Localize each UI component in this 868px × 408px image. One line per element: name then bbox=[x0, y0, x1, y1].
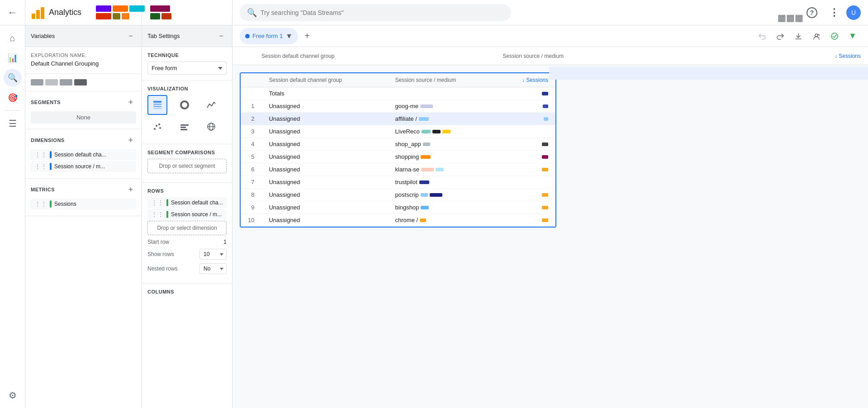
row-bar-3c bbox=[442, 130, 451, 133]
row-metric-7 bbox=[497, 176, 555, 189]
visualization-label: VISUALIZATION bbox=[147, 86, 227, 91]
add-segment-btn[interactable]: + bbox=[125, 97, 136, 108]
row-label-0: Session default cha... bbox=[171, 199, 223, 206]
metric-bar-10 bbox=[542, 218, 548, 222]
tab-freeform1[interactable]: Free form 1 ▼ bbox=[240, 28, 298, 44]
svg-rect-3 bbox=[153, 101, 161, 103]
reports-icon: 📊 bbox=[8, 53, 18, 63]
row-bar-5 bbox=[421, 155, 431, 159]
row-channel-3: Unassigned bbox=[261, 125, 388, 138]
row-bar-6a bbox=[421, 168, 434, 171]
variables-panel-header: Variables − bbox=[25, 25, 142, 47]
home-icon: ⌂ bbox=[9, 33, 15, 43]
viz-line-btn[interactable] bbox=[201, 95, 221, 115]
row-metric-3 bbox=[497, 125, 555, 138]
nav-reports-btn[interactable]: 📊 bbox=[4, 49, 22, 67]
segment-drop-zone[interactable]: Drop or select segment bbox=[147, 159, 227, 173]
tab-settings-minimize-btn[interactable]: − bbox=[216, 31, 227, 42]
row-item-0[interactable]: ⋮⋮ Session default cha... bbox=[147, 197, 227, 208]
col-header-source[interactable]: Session source / medium bbox=[499, 53, 740, 59]
nav-advertising-btn[interactable]: 🎯 bbox=[4, 89, 22, 107]
main-header: 🔍 ▦▦▦ ? ⋮ U bbox=[232, 0, 868, 25]
col-headers: Session default channel group Session so… bbox=[232, 47, 868, 65]
dimension-item-1[interactable]: ⋮⋮ Session source / m... bbox=[31, 161, 136, 172]
row-bar-3b bbox=[432, 130, 441, 133]
nav-list-btn[interactable]: ☰ bbox=[4, 114, 22, 133]
add-tab-btn[interactable]: + bbox=[300, 29, 314, 43]
metric-label-0: Sessions bbox=[54, 201, 133, 207]
col-header-channel[interactable]: Session default channel group bbox=[243, 53, 499, 59]
dimension-item-0[interactable]: ⋮⋮ Session default cha... bbox=[31, 149, 136, 160]
row-drag-0: ⋮⋮ bbox=[151, 199, 164, 206]
add-dimension-btn[interactable]: + bbox=[125, 135, 136, 146]
rows-drop-zone[interactable]: Drop or select dimension bbox=[147, 221, 227, 235]
status-btn[interactable] bbox=[826, 28, 843, 44]
row-metric-10 bbox=[497, 214, 555, 227]
help-icon-btn[interactable]: ? bbox=[803, 4, 821, 22]
check-circle-icon bbox=[830, 32, 839, 40]
nav-settings-btn[interactable]: ⚙ bbox=[4, 386, 22, 404]
search-input[interactable] bbox=[261, 9, 504, 16]
row-source-text-4: shop_app bbox=[395, 141, 421, 147]
advertising-icon: 🎯 bbox=[8, 93, 18, 103]
totals-metric bbox=[504, 92, 548, 95]
nested-rows-field: Nested rows No bbox=[147, 263, 227, 274]
dimensions-section: DIMENSIONS + ⋮⋮ Session default cha... ⋮… bbox=[25, 129, 142, 179]
th-source[interactable]: Session source / medium bbox=[388, 73, 497, 87]
th-channel[interactable]: Session default channel group bbox=[261, 73, 388, 87]
redo-btn[interactable] bbox=[772, 28, 788, 44]
undo-btn[interactable] bbox=[754, 28, 770, 44]
metric-bar-4 bbox=[542, 142, 548, 146]
status-chevron-btn[interactable]: ▼ bbox=[844, 28, 861, 44]
bar-icon bbox=[180, 122, 189, 131]
add-metric-btn[interactable]: + bbox=[125, 184, 136, 195]
dim-color-bar-0 bbox=[50, 151, 52, 158]
row-source-text-5: shopping bbox=[395, 153, 419, 160]
back-button[interactable]: ← bbox=[4, 4, 22, 22]
col-header-sessions[interactable]: ↓ Sessions bbox=[740, 53, 864, 59]
row-metric-4 bbox=[497, 138, 555, 151]
nav-bottom: ⚙ bbox=[4, 386, 22, 404]
analytics-logo[interactable]: Analytics bbox=[31, 5, 81, 20]
top-bar-actions: ▦▦▦ ? ⋮ U bbox=[781, 4, 861, 22]
explore-icon: 🔍 bbox=[8, 73, 18, 83]
viz-globe-btn[interactable] bbox=[201, 117, 221, 137]
metric-bar-8 bbox=[542, 193, 548, 197]
settings-icon: ⚙ bbox=[9, 390, 17, 401]
svg-rect-0 bbox=[32, 14, 35, 19]
download-btn[interactable] bbox=[790, 28, 806, 44]
viz-bar-btn[interactable] bbox=[175, 117, 194, 137]
apps-icon-btn[interactable]: ▦▦▦ bbox=[781, 4, 799, 22]
technique-select[interactable]: Free form bbox=[147, 62, 227, 75]
totals-metric-cell bbox=[497, 87, 555, 100]
row-source-text-10: chrome / bbox=[395, 217, 418, 223]
nested-rows-select[interactable]: No bbox=[199, 263, 227, 274]
viz-table-btn[interactable] bbox=[147, 95, 167, 115]
row-metric-1 bbox=[497, 100, 555, 113]
search-box[interactable]: 🔍 bbox=[240, 4, 511, 21]
th-sessions[interactable]: ↓ Sessions bbox=[497, 73, 555, 87]
svg-point-10 bbox=[158, 123, 160, 125]
user-avatar[interactable]: U bbox=[846, 5, 861, 20]
metric-bar-1 bbox=[543, 104, 548, 108]
metric-color-bar-0 bbox=[50, 200, 52, 208]
viz-donut-btn[interactable] bbox=[175, 95, 194, 115]
row-source-9: bingshop bbox=[388, 201, 497, 214]
rows-section: ROWS ⋮⋮ Session default cha... ⋮⋮ Sessio… bbox=[142, 183, 232, 284]
row-source-6: klarna-se bbox=[388, 163, 497, 176]
show-rows-select[interactable]: 10 bbox=[199, 249, 227, 260]
share-btn[interactable] bbox=[808, 28, 825, 44]
svg-point-19 bbox=[831, 33, 838, 39]
variables-minimize-btn[interactable]: − bbox=[125, 31, 136, 42]
svg-rect-14 bbox=[180, 129, 187, 130]
columns-label: COLUMNS bbox=[147, 289, 227, 294]
metric-drag-handle-0: ⋮⋮ bbox=[34, 200, 47, 208]
technique-section: TECHNIQUE Free form bbox=[142, 47, 232, 81]
nav-home-btn[interactable]: ⌂ bbox=[4, 29, 22, 47]
viz-scatter-btn[interactable] bbox=[147, 117, 167, 137]
metric-item-0[interactable]: ⋮⋮ Sessions bbox=[31, 199, 136, 209]
nav-explore-btn[interactable]: 🔍 bbox=[4, 69, 22, 87]
metric-bar-9 bbox=[542, 206, 548, 209]
more-vert-icon-btn[interactable]: ⋮ bbox=[825, 4, 843, 22]
row-item-1[interactable]: ⋮⋮ Session source / m... bbox=[147, 209, 227, 220]
